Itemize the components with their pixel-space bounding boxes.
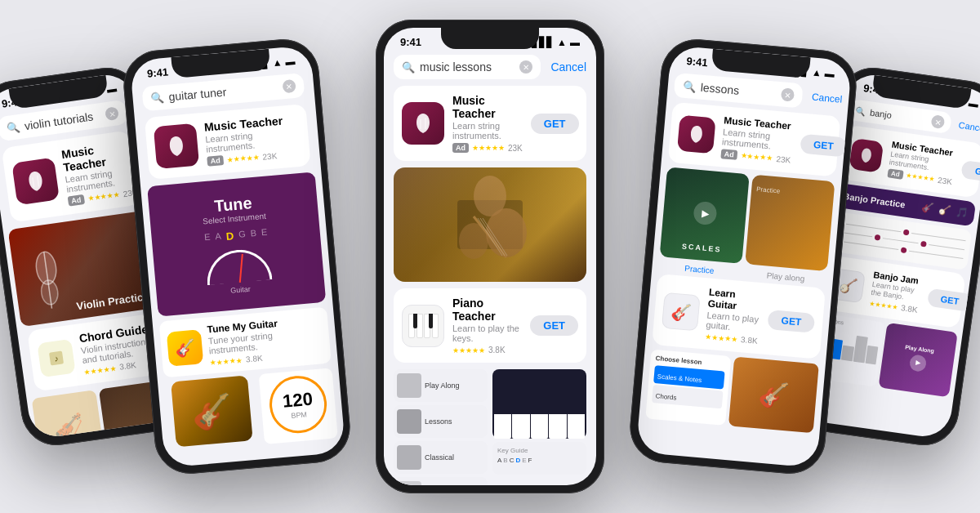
cancel-btn-center[interactable]: Cancel (550, 60, 586, 74)
string-dash2b (883, 238, 919, 244)
strings-container (835, 216, 967, 265)
guitar-hero-left1: 🎸 (171, 375, 252, 447)
instrument-icons: 🎸 🪕 🎵 (921, 201, 969, 219)
battery-icon-left2: ▬ (106, 83, 118, 96)
note-e2: E (261, 226, 268, 239)
piano-get-btn[interactable]: GET (530, 315, 578, 336)
search-clear-left2[interactable]: ✕ (105, 106, 119, 121)
app-info-right1: Music Teacher Learn string instruments. … (720, 114, 794, 164)
rating-center: 23K (508, 144, 523, 153)
get-btn-right1[interactable]: GET (800, 134, 848, 158)
stars-left1: ★★★★★ (226, 153, 260, 163)
search-text-left1: guitar tuner (168, 81, 278, 104)
search-magnifier-right2: 🔍 (855, 105, 866, 116)
note-g: G (238, 228, 246, 241)
violin-label: Violin Practice (76, 290, 150, 312)
piano-icon-center (402, 305, 444, 347)
learn-name-right1: Learn Guitar (707, 287, 763, 314)
play-grid-center: Play Along Lessons Classical Resting Not… (394, 369, 586, 485)
key-guide-letters: A B C D E F (497, 457, 581, 464)
tuner-content-left1: Tune Select Instrument E A D G B E Guita… (147, 172, 326, 316)
inst-icon3: 🎵 (955, 206, 969, 219)
app-info-left1: Music Teacher Learn string instruments. … (203, 113, 301, 167)
battery-icon-left1: ▬ (285, 55, 296, 67)
learn-subtitle-right1: Learn to play guitar. (706, 310, 760, 334)
app-icon-left2 (11, 158, 60, 206)
search-text-left2: violin tutorials (24, 109, 101, 132)
banjo-jam-info: Banjo Jam Learn to play the Banjo. ★★★★★… (869, 270, 923, 314)
search-text-right2: banjo (869, 108, 927, 126)
learn-get-btn[interactable]: GET (768, 310, 816, 333)
search-clear-right2[interactable]: ✕ (930, 114, 945, 129)
notes-display: E A D G B E (204, 226, 268, 244)
search-text-right1: lessons (700, 81, 777, 100)
practice-label-container: Practice (751, 175, 835, 207)
bpm-label: BPM (291, 410, 307, 420)
note-e1: E (204, 231, 212, 244)
play-item3: Classical (394, 441, 488, 474)
search-clear-center[interactable]: ✕ (519, 60, 532, 74)
piano-name-center: Piano Teacher (452, 297, 522, 323)
banjo-emoji: 🪕 (838, 275, 858, 296)
tune-emoji: 🎸 (174, 337, 196, 358)
cancel-btn-right2[interactable]: Cancel (958, 120, 980, 134)
banjo-practice-title: Banjo Practice (843, 191, 906, 210)
banjo-get-btn[interactable]: GET (927, 288, 973, 311)
play-item4: Resting Notes (394, 477, 488, 485)
guitar-label-tuner: Guitar (230, 284, 251, 294)
ad-badge-left2: Ad (68, 194, 85, 207)
learn-meta-right1: ★★★★★ 3.8K (705, 332, 759, 346)
bpm-circle: 120 BPM (267, 373, 329, 435)
learn-info-right1: Learn Guitar Learn to play guitar. ★★★★★… (705, 287, 763, 346)
piano-visual (492, 369, 586, 439)
time-center: 9:41 (400, 36, 421, 48)
battery-icon-center: ▬ (570, 37, 580, 48)
rating-right1: 23K (776, 154, 791, 165)
get-btn-right2[interactable]: GET (961, 159, 980, 183)
key-d: D (515, 457, 520, 464)
phone-right1: 9:41 ▋▋▋ ▲ ▬ 🔍 lessons ✕ Cancel (627, 37, 859, 477)
stars-left2: ★★★★★ (87, 190, 121, 203)
tuner-gauge (204, 247, 272, 285)
piano-result-center: Piano Teacher Learn to play the keys. ★★… (394, 288, 586, 363)
string-dash3b (908, 250, 963, 259)
battery-icon-right1: ▬ (824, 67, 835, 79)
search-row-center: 🔍 music lessons ✕ Cancel (394, 55, 586, 79)
learn-icon-right1: 🎸 (662, 292, 701, 331)
search-clear-left1[interactable]: ✕ (282, 79, 296, 93)
piano-rating-center: 3.8K (488, 346, 506, 355)
play-circle-scales: ▶ (693, 201, 717, 225)
key-c: C (510, 457, 514, 464)
key-e: E (522, 457, 526, 464)
search-bar-center[interactable]: 🔍 music lessons ✕ (394, 55, 541, 79)
key-b: B (503, 457, 507, 464)
tuner-subtitle-left1: Select Instrument (203, 211, 266, 225)
phone-left1: 9:41 ▋▋▋ ▲ ▬ 🔍 guitar tuner ✕ (121, 37, 353, 477)
cancel-btn-right1[interactable]: Cancel (811, 91, 842, 105)
app-icon-right1 (677, 115, 716, 154)
play-col1: Play Along Lessons Classical Resting Not… (394, 369, 488, 485)
play-arrow-thumb: ▶ (915, 359, 921, 367)
bpm-section-left1: 120 BPM (258, 368, 337, 444)
search-magnifier-center: 🔍 (402, 61, 415, 74)
play-label3: Classical (425, 453, 454, 462)
scales-thumb: SCALES ▶ (660, 167, 750, 263)
bar3 (841, 346, 854, 362)
app-info-center: Music Teacher Learn string instruments. … (452, 94, 523, 153)
search-clear-right1[interactable]: ✕ (780, 87, 794, 101)
inst-icon2: 🪕 (938, 203, 952, 216)
wifi-icon-left1: ▲ (272, 56, 283, 69)
get-btn-center[interactable]: GET (531, 114, 579, 134)
play-btn-thumb[interactable]: ▶ (908, 354, 927, 372)
time-right1: 9:41 (686, 55, 708, 69)
banjo-thumb2: Play Along ▶ (879, 323, 958, 397)
wifi-icon-right1: ▲ (812, 66, 822, 78)
play-item2: Lessons (394, 405, 488, 438)
ad-badge-center: Ad (452, 143, 469, 153)
guitar-player-emoji: 🎸 (758, 379, 791, 410)
banjo-jam-rating: 3.8K (901, 303, 919, 314)
app-info-left2: Music Teacher Learn string instruments. … (60, 138, 138, 206)
app-icon-center (402, 102, 444, 145)
time-left1: 9:41 (146, 65, 168, 79)
scales-label: SCALES (682, 242, 722, 253)
